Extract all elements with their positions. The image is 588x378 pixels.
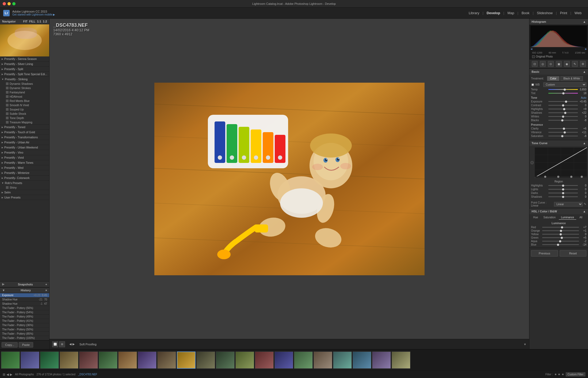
preset-group-urban-weekend-header[interactable]: ▶ Presetify - Urban Weekend: [0, 145, 49, 150]
nav-map[interactable]: Map: [504, 10, 517, 16]
view-icon-grid[interactable]: ⊞: [59, 341, 65, 347]
tone-curve-mode-button[interactable]: [530, 161, 534, 164]
histogram-header[interactable]: Histogram ▲: [529, 19, 588, 25]
navigator-header[interactable]: Navigator FIT FILL 1:1 1:2: [0, 19, 49, 24]
preset-subtle-shock[interactable]: Subtle Shock: [0, 112, 49, 116]
contrast-slider-track[interactable]: [548, 105, 578, 106]
preset-group-striking-header[interactable]: ▼ Presetify - Striking: [0, 77, 49, 82]
film-thumb-6[interactable]: [99, 352, 117, 369]
fit-option-1-1[interactable]: 1:1: [37, 20, 41, 23]
film-thumb-10-selected[interactable]: [177, 352, 196, 369]
film-thumb-16[interactable]: [294, 352, 313, 369]
reset-button[interactable]: Reset: [560, 250, 587, 257]
highlights-slider-track[interactable]: [548, 109, 578, 109]
filter-stars[interactable]: ★ ★ ★: [554, 373, 564, 376]
bw-treatment-button[interactable]: Black & White: [560, 76, 583, 81]
radial-filter-tool[interactable]: ◉: [564, 61, 570, 67]
preset-group-toned-header[interactable]: ▶ Presetify - Toned: [0, 125, 49, 129]
lum-green-track[interactable]: [542, 237, 579, 238]
blacks-slider-track[interactable]: [548, 120, 578, 121]
preset-fantasyland[interactable]: Fantasyland: [0, 90, 49, 94]
preset-group-colorwork-header[interactable]: ▶ Presetify- Colorwork: [0, 175, 49, 180]
shadows-region-thumb[interactable]: [562, 196, 564, 198]
film-thumb-11[interactable]: [196, 352, 215, 369]
nav-print[interactable]: Print: [557, 10, 570, 16]
darks-region-track[interactable]: [548, 193, 578, 193]
film-thumb-17[interactable]: [314, 352, 332, 369]
preset-dynamic-strokes[interactable]: Dynamic Strokes: [0, 86, 49, 90]
settings-tool[interactable]: ⚙: [580, 61, 586, 67]
spot-removal-tool[interactable]: ◎: [540, 61, 546, 67]
add-snapshot-button[interactable]: +: [45, 283, 47, 286]
close-btn[interactable]: [3, 2, 6, 5]
tint-slider-track[interactable]: [548, 93, 578, 94]
film-thumb-12[interactable]: [216, 352, 235, 369]
navigator-thumbnail[interactable]: [0, 24, 49, 56]
app-tagline[interactable]: Get started with Lightroom mobile ▶: [12, 13, 55, 16]
nav-book[interactable]: Book: [518, 10, 533, 16]
preset-group-vivid-header[interactable]: ▶ Presetify - Vivid: [0, 155, 49, 160]
preset-dynamic-shadows[interactable]: Dynamic Shadows: [0, 82, 49, 86]
film-thumb-15[interactable]: [274, 352, 293, 369]
lum-green-thumb[interactable]: [561, 237, 563, 239]
film-thumb-2[interactable]: [21, 352, 39, 369]
tone-curve-header[interactable]: Tone Curve ▲: [529, 140, 588, 146]
preset-group-urban-air-header[interactable]: ▶ Presetify - Urban Air: [0, 140, 49, 145]
hsl-tab-all[interactable]: All: [577, 215, 585, 220]
clarity-slider-thumb[interactable]: [563, 128, 565, 130]
lum-yellow-track[interactable]: [542, 234, 579, 235]
contrast-slider-thumb[interactable]: [562, 104, 564, 106]
film-thumb-20[interactable]: [372, 352, 391, 369]
tint-slider-thumb[interactable]: [562, 92, 564, 94]
preset-group-user-header[interactable]: ▶ User Presets: [0, 195, 49, 200]
history-item-fader-50[interactable]: The Fader - Pottery (50%): [0, 327, 49, 332]
preset-treasure-mapping[interactable]: Treasure Mapping: [0, 120, 49, 124]
close-history-button[interactable]: ×: [45, 289, 47, 292]
temp-slider-thumb[interactable]: [564, 89, 566, 91]
shadows-slider-track[interactable]: [548, 112, 578, 113]
fit-option-1-2[interactable]: 1:2: [43, 20, 47, 23]
eyedropper-icon[interactable]: 🔲: [531, 83, 534, 86]
exposure-slider-track[interactable]: [548, 101, 578, 102]
lights-region-thumb[interactable]: [562, 188, 564, 190]
preset-group-touch-gold-header[interactable]: ▶ Presetify - Touch of Gold: [0, 130, 49, 135]
original-photo-checkbox[interactable]: [532, 55, 535, 58]
grid-view-icon[interactable]: ⊞: [3, 373, 5, 376]
blacks-slider-thumb[interactable]: [561, 119, 563, 121]
lum-aqua-thumb[interactable]: [559, 240, 561, 242]
hsl-tab-hue[interactable]: Hue: [531, 215, 540, 220]
history-item-shadow-hue-1[interactable]: Shadow Hue -21 70: [0, 297, 49, 302]
whites-slider-thumb[interactable]: [562, 116, 564, 118]
filter-custom-button[interactable]: Custom Filter: [566, 372, 585, 376]
history-item-fader-41[interactable]: The Fader - Pottery (41%): [0, 319, 49, 323]
tone-auto-button[interactable]: Auto: [581, 96, 586, 99]
film-thumb-4[interactable]: [60, 352, 78, 369]
preset-group-silver-header[interactable]: ▶ Presetify - Silver Lining: [0, 62, 49, 66]
all-photos-label[interactable]: All Photographs: [15, 373, 34, 376]
preset-group-vino-header[interactable]: ▶ Presetify - Vino: [0, 150, 49, 155]
history-item-exposure[interactable]: Exposure +0.23 0.45: [0, 293, 49, 297]
clarity-slider-track[interactable]: [548, 128, 578, 129]
shadows-region-track[interactable]: [548, 196, 578, 197]
view-icon-fit[interactable]: ⬜: [52, 341, 58, 347]
image-container[interactable]: _DSC4783.NEF 14/02/2016 4:40:12 PM 7360 …: [49, 19, 529, 339]
preset-red-meets-blue[interactable]: Red Meets Blue: [0, 99, 49, 103]
preset-group-warm-tones-header[interactable]: ▶ Presetify - Warm Tones: [0, 160, 49, 165]
history-item-fader-100[interactable]: The Fader - Pottery (100%): [0, 336, 49, 340]
film-thumb-5[interactable]: [79, 352, 98, 369]
red-eye-tool[interactable]: ⊙: [548, 61, 554, 67]
preset-hdalmost[interactable]: HDAlmost: [0, 94, 49, 99]
darks-region-thumb[interactable]: [562, 192, 564, 194]
hsl-tab-luminance[interactable]: Luminance: [559, 215, 576, 220]
toolbar-arrow-left[interactable]: ◀: [69, 342, 71, 346]
history-item-shadow-hue-2[interactable]: Shadow Hue -1 47: [0, 302, 49, 306]
vibrance-slider-track[interactable]: [548, 132, 578, 133]
lum-yellow-thumb[interactable]: [560, 233, 562, 235]
nav-slideshow[interactable]: Slideshow: [534, 10, 556, 16]
film-thumb-18[interactable]: [333, 352, 352, 369]
lum-orange-thumb[interactable]: [560, 230, 562, 232]
preset-tone-depth[interactable]: Tone Depth: [0, 116, 49, 120]
selected-photo-name[interactable]: _DSC4783.NEF: [78, 373, 97, 376]
basic-section-header[interactable]: Basic ▲: [529, 69, 588, 75]
highlights-region-thumb[interactable]: [562, 185, 564, 187]
